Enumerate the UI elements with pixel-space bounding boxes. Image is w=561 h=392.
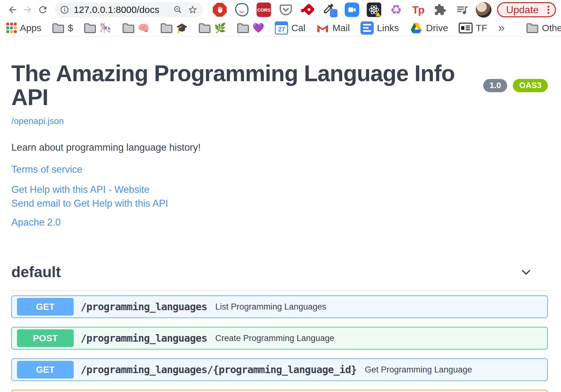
forward-button[interactable] — [20, 2, 35, 17]
tf-icon — [459, 23, 473, 33]
folder-icon — [160, 23, 173, 33]
openapi-spec-link[interactable]: /openapi.json — [11, 116, 64, 126]
color-picker-icon — [322, 2, 337, 17]
extensions-row: CORS — [212, 2, 473, 17]
bookmarks-overflow-chevron[interactable]: » — [498, 21, 505, 35]
bookmark-folder-herb[interactable]: 🌿 — [198, 22, 226, 33]
bookmark-folder-carousel[interactable]: 🎠 — [84, 22, 111, 33]
bookmark-tf[interactable]: TF — [459, 23, 487, 33]
browser-toolbar: 127.0.0.1:8000/docs CORS — [0, 0, 561, 20]
url-text[interactable]: 127.0.0.1:8000/docs — [74, 4, 173, 15]
bookmark-apps[interactable]: Apps — [6, 23, 41, 33]
pocket-icon — [279, 3, 293, 17]
folder-icon — [122, 23, 135, 33]
warning-badge-icon — [376, 12, 381, 16]
operation-summary: Create Programming Language — [215, 333, 334, 343]
operation-summary: List Programming Languages — [215, 302, 326, 312]
bookmark-star-icon[interactable] — [188, 5, 198, 15]
purple-heart-emoji: 💜 — [252, 22, 264, 33]
calendar-icon: 27 — [275, 21, 288, 35]
license-link[interactable]: Apache 2.0 — [11, 217, 548, 228]
cors-extension[interactable]: CORS — [256, 2, 271, 17]
tag-section-header[interactable]: default — [11, 263, 548, 291]
herb-emoji: 🌿 — [214, 22, 226, 33]
operation-row[interactable]: GET /programming_languages List Programm… — [11, 295, 548, 318]
cors-icon: CORS — [257, 3, 271, 17]
zoom-extension[interactable] — [344, 2, 360, 17]
react-devtools-icon — [367, 3, 381, 17]
music-playlist-extension[interactable] — [455, 2, 470, 17]
carousel-emoji: 🎠 — [99, 22, 111, 33]
bookmark-folder-heart[interactable]: 💜 — [237, 22, 264, 33]
terms-of-service-link[interactable]: Terms of service — [11, 164, 548, 175]
reload-icon — [37, 4, 48, 15]
page-title: The Amazing Programming Language Info AP… — [11, 62, 478, 109]
tp-extension[interactable]: Tp — [411, 2, 426, 17]
zoom-camera-icon — [345, 3, 359, 17]
bookmark-label: Links — [377, 23, 399, 33]
operation-path: /programming_languages — [81, 332, 207, 344]
folder-icon — [237, 23, 249, 33]
music-playlist-icon — [456, 3, 469, 16]
site-info-icon[interactable] — [60, 5, 69, 14]
axe-extension[interactable] — [300, 2, 315, 17]
bookmark-folder-grad[interactable]: 🎓 — [160, 22, 188, 33]
adblock-extension[interactable] — [212, 2, 227, 17]
bookmark-links[interactable]: Links — [360, 21, 399, 35]
update-label: Update — [506, 4, 539, 16]
forward-icon — [22, 4, 33, 15]
bookmark-calendar[interactable]: 27 Cal — [275, 21, 305, 35]
method-badge: GET — [17, 361, 74, 378]
version-badge: 1.0 — [483, 79, 507, 92]
swagger-page: The Amazing Programming Language Info AP… — [0, 62, 561, 392]
bookmark-mail[interactable]: Mail — [316, 23, 350, 33]
chevron-down-icon[interactable] — [519, 266, 533, 279]
folder-icon — [84, 23, 96, 33]
react-devtools-extension[interactable] — [366, 2, 382, 17]
oas-badge: OAS3 — [513, 79, 548, 92]
operation-row[interactable]: GET /programming_languages/{programming_… — [11, 358, 548, 381]
folder-icon — [52, 23, 65, 33]
other-bookmarks[interactable]: Other Bookmarks — [526, 23, 561, 33]
pocket-extension[interactable] — [278, 2, 293, 17]
section-title: default — [11, 263, 61, 281]
bookmark-label: Apps — [20, 23, 41, 33]
reload-button[interactable] — [35, 2, 50, 17]
drive-icon — [410, 22, 423, 34]
operation-row[interactable]: POST /programming_languages Create Progr… — [11, 327, 548, 350]
other-bookmarks-label: Other Bookmarks — [542, 23, 561, 33]
chat-bubble-icon — [235, 3, 248, 16]
profile-avatar[interactable] — [476, 2, 491, 18]
bookmark-drive[interactable]: Drive — [410, 22, 448, 34]
chat-extension[interactable] — [234, 2, 249, 17]
tp-icon: Tp — [412, 4, 424, 16]
bookmark-folder-brain[interactable]: 🧠 — [122, 22, 150, 33]
puzzle-icon — [434, 3, 446, 16]
back-icon — [7, 4, 18, 15]
update-button[interactable]: Update — [497, 2, 556, 17]
help-website-link[interactable]: Get Help with this API - Website — [11, 184, 548, 195]
help-email-link[interactable]: Send email to Get Help with this API — [11, 198, 548, 209]
address-bar[interactable]: 127.0.0.1:8000/docs — [55, 2, 203, 17]
recycle-extension[interactable]: ♻ — [388, 2, 404, 17]
operation-row[interactable]: PUT /programming_languages/{programming_… — [11, 390, 548, 392]
operation-path: /programming_languages — [81, 301, 207, 313]
bookmark-label: $ — [68, 23, 73, 33]
docs-icon — [360, 21, 374, 35]
kebab-menu-icon[interactable] — [545, 6, 552, 14]
bookmark-folder-dollar[interactable]: $ — [52, 23, 73, 33]
gmail-icon — [316, 23, 329, 33]
operations-list: GET /programming_languages List Programm… — [11, 291, 548, 392]
zoom-out-icon[interactable] — [173, 5, 183, 14]
color-picker-extension[interactable] — [322, 2, 337, 17]
bookmark-label: TF — [476, 23, 487, 33]
back-button[interactable] — [5, 2, 20, 17]
method-badge: GET — [17, 298, 74, 316]
apps-grid-icon — [6, 23, 17, 33]
brain-emoji: 🧠 — [138, 22, 150, 33]
axe-icon — [301, 3, 315, 17]
folder-icon — [526, 23, 539, 33]
recycle-icon: ♻ — [390, 3, 402, 16]
bookmark-label: Cal — [291, 23, 305, 33]
extensions-menu[interactable] — [433, 2, 448, 17]
